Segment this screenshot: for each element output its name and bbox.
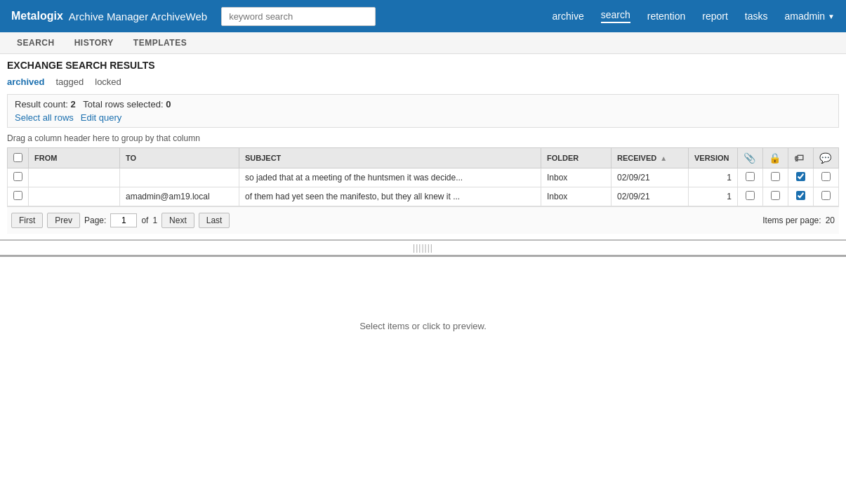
page-title: EXCHANGE SEARCH RESULTS xyxy=(7,60,839,71)
cell-to-1: amadmin@am19.local xyxy=(126,192,210,201)
nav-search[interactable]: search xyxy=(601,9,630,23)
edit-query-link[interactable]: Edit query xyxy=(81,112,122,123)
tab-templates[interactable]: TEMPLATES xyxy=(124,32,197,53)
page-label: Page: xyxy=(84,215,106,225)
attach-checkbox-1[interactable] xyxy=(746,191,755,200)
row-checkbox-1[interactable] xyxy=(13,191,22,200)
sub-tabs-bar: SEARCH HISTORY TEMPLATES xyxy=(0,32,846,54)
brand-logo: Metalogix xyxy=(11,10,63,22)
pagination-bar: First Prev Page: of 1 Next Last Items pe… xyxy=(7,206,839,234)
nav-tasks[interactable]: tasks xyxy=(745,11,768,22)
table-row[interactable]: so jaded that at a meeting of the huntsm… xyxy=(8,168,839,187)
items-per-page-value: 20 xyxy=(826,215,835,225)
th-to: TO xyxy=(120,148,239,168)
tag-checkbox-1[interactable] xyxy=(796,191,805,200)
chevron-down-icon: ▼ xyxy=(828,13,835,20)
last-button[interactable]: Last xyxy=(199,213,230,228)
table-row[interactable]: amadmin@am19.localof them had yet seen t… xyxy=(8,187,839,206)
sort-arrow-icon: ▲ xyxy=(660,154,667,162)
row-checkbox-0[interactable] xyxy=(13,172,22,181)
preview-divider: ||||||| xyxy=(0,239,846,255)
filter-tagged[interactable]: tagged xyxy=(55,77,84,87)
th-received[interactable]: RECEIVED ▲ xyxy=(612,148,689,168)
cell-folder-1: Inbox xyxy=(547,192,567,201)
first-button[interactable]: First xyxy=(11,213,43,228)
tab-history[interactable]: HISTORY xyxy=(65,32,124,53)
filter-tabs: archived tagged locked xyxy=(7,77,839,87)
select-all-link[interactable]: Select all rows xyxy=(15,112,74,123)
total-pages: 1 xyxy=(152,215,157,225)
th-version: VERSION xyxy=(689,148,738,168)
result-actions: Select all rows Edit query xyxy=(15,112,831,123)
next-button[interactable]: Next xyxy=(161,213,194,228)
header: Metalogix Archive Manager ArchiveWeb arc… xyxy=(0,0,846,32)
select-all-checkbox[interactable] xyxy=(13,153,22,162)
total-rows-label: Total rows selected: xyxy=(83,99,163,110)
of-label: of xyxy=(141,215,148,225)
cell-version-1: 1 xyxy=(727,192,732,201)
th-select-all[interactable] xyxy=(8,148,29,168)
attach-checkbox-0[interactable] xyxy=(746,172,755,181)
header-search-container xyxy=(221,7,376,26)
page-content: EXCHANGE SEARCH RESULTS archived tagged … xyxy=(0,54,846,239)
results-table: FROM TO SUBJECT FOLDER RECEIVED ▲ VERSIO… xyxy=(7,147,839,206)
items-per-page-label: Items per page: xyxy=(762,215,821,225)
cell-received-1: 02/09/21 xyxy=(617,192,650,201)
nav-retention[interactable]: retention xyxy=(647,11,685,22)
th-comment: 💬 xyxy=(814,148,839,168)
result-count-line: Result count: 2 Total rows selected: 0 xyxy=(15,99,831,110)
tab-search[interactable]: SEARCH xyxy=(7,32,65,53)
cell-subject-0: so jaded that at a meeting of the huntsm… xyxy=(245,173,463,183)
tag-checkbox-0[interactable] xyxy=(796,172,805,181)
paperclip-icon: 📎 xyxy=(743,152,755,164)
preview-area: Select items or click to preview. xyxy=(0,255,846,395)
preview-text: Select items or click to preview. xyxy=(359,321,487,331)
result-count-value: 2 xyxy=(71,99,76,110)
items-per-page: Items per page: 20 xyxy=(762,215,835,225)
th-folder: FOLDER xyxy=(541,148,612,168)
header-nav: archive search retention report tasks am… xyxy=(553,9,835,23)
filter-archived[interactable]: archived xyxy=(7,77,44,87)
th-from: FROM xyxy=(29,148,120,168)
drag-hint: Drag a column header here to group by th… xyxy=(7,131,839,146)
nav-report[interactable]: report xyxy=(702,11,728,22)
comment-icon: 💬 xyxy=(819,152,831,164)
nav-amadmin-label: amadmin xyxy=(785,11,826,22)
th-attach: 📎 xyxy=(738,148,763,168)
lock-checkbox-0[interactable] xyxy=(771,172,780,181)
result-count-label: Result count: xyxy=(15,99,68,110)
filter-locked[interactable]: locked xyxy=(95,77,121,87)
page-input[interactable] xyxy=(110,213,137,227)
th-tag: 🏷 xyxy=(788,148,814,168)
lock-checkbox-1[interactable] xyxy=(771,191,780,200)
nav-amadmin[interactable]: amadmin ▼ xyxy=(785,11,835,22)
comment-checkbox-1[interactable] xyxy=(821,191,831,200)
th-lock: 🔒 xyxy=(763,148,788,168)
cell-folder-0: Inbox xyxy=(547,173,567,183)
comment-checkbox-0[interactable] xyxy=(821,172,831,181)
result-bar: Result count: 2 Total rows selected: 0 S… xyxy=(7,94,839,128)
th-subject: SUBJECT xyxy=(239,148,541,168)
nav-archive[interactable]: archive xyxy=(553,11,584,22)
cell-version-0: 1 xyxy=(727,173,732,183)
prev-button[interactable]: Prev xyxy=(47,213,80,228)
lock-icon: 🔒 xyxy=(769,152,781,164)
tag-icon: 🏷 xyxy=(794,152,804,164)
cell-subject-1: of them had yet seen the manifesto, but … xyxy=(245,192,460,201)
cell-received-0: 02/09/21 xyxy=(617,173,650,183)
brand: Metalogix Archive Manager ArchiveWeb xyxy=(11,10,207,22)
total-rows-value: 0 xyxy=(166,99,171,110)
brand-title: Archive Manager ArchiveWeb xyxy=(69,11,207,22)
search-input[interactable] xyxy=(221,7,376,26)
